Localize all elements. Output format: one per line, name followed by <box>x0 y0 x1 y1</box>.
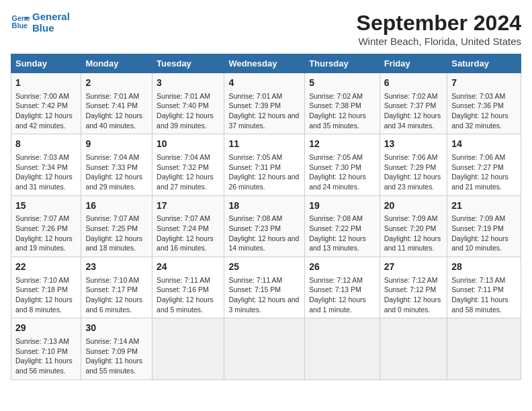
calendar-cell: 1 Sunrise: 7:00 AMSunset: 7:42 PMDayligh… <box>11 73 81 134</box>
calendar-cell: 13 Sunrise: 7:06 AMSunset: 7:29 PMDaylig… <box>380 134 447 195</box>
calendar-cell <box>305 318 380 379</box>
day-number: 30 <box>85 322 148 335</box>
day-number: 8 <box>15 138 77 151</box>
day-info: Sunrise: 7:14 AMSunset: 7:09 PMDaylight:… <box>85 336 148 376</box>
calendar-subtitle: Winter Beach, Florida, United States <box>357 36 521 47</box>
day-number: 23 <box>85 261 148 274</box>
calendar-week-3: 15 Sunrise: 7:07 AMSunset: 7:26 PMDaylig… <box>11 195 521 257</box>
day-number: 11 <box>228 138 300 151</box>
calendar-week-1: 1 Sunrise: 7:00 AMSunset: 7:42 PMDayligh… <box>11 73 521 134</box>
calendar-cell: 14 Sunrise: 7:06 AMSunset: 7:27 PMDaylig… <box>447 134 521 195</box>
calendar-cell: 8 Sunrise: 7:03 AMSunset: 7:34 PMDayligh… <box>11 134 81 195</box>
calendar-week-4: 22 Sunrise: 7:10 AMSunset: 7:18 PMDaylig… <box>11 257 521 318</box>
calendar-cell: 4 Sunrise: 7:01 AMSunset: 7:39 PMDayligh… <box>224 73 305 134</box>
day-number: 17 <box>157 199 220 213</box>
calendar-cell: 24 Sunrise: 7:11 AMSunset: 7:16 PMDaylig… <box>152 257 224 318</box>
day-info: Sunrise: 7:09 AMSunset: 7:20 PMDaylight:… <box>384 214 443 253</box>
calendar-cell: 29 Sunrise: 7:13 AMSunset: 7:10 PMDaylig… <box>11 318 81 379</box>
day-info: Sunrise: 7:05 AMSunset: 7:30 PMDaylight:… <box>309 152 375 192</box>
calendar-cell: 17 Sunrise: 7:07 AMSunset: 7:24 PMDaylig… <box>152 195 224 257</box>
day-info: Sunrise: 7:03 AMSunset: 7:36 PMDaylight:… <box>451 91 517 131</box>
calendar-cell <box>447 318 521 379</box>
calendar-cell: 25 Sunrise: 7:11 AMSunset: 7:15 PMDaylig… <box>224 257 305 318</box>
calendar-header-row: SundayMondayTuesdayWednesdayThursdayFrid… <box>11 54 521 73</box>
header-saturday: Saturday <box>447 54 521 73</box>
day-info: Sunrise: 7:01 AMSunset: 7:40 PMDaylight:… <box>157 91 220 131</box>
calendar-title: September 2024 <box>357 11 521 36</box>
day-number: 26 <box>309 261 375 274</box>
day-number: 27 <box>384 261 443 274</box>
day-info: Sunrise: 7:07 AMSunset: 7:25 PMDaylight:… <box>85 214 148 253</box>
calendar-week-2: 8 Sunrise: 7:03 AMSunset: 7:34 PMDayligh… <box>11 134 521 195</box>
calendar-cell: 2 Sunrise: 7:01 AMSunset: 7:41 PMDayligh… <box>81 73 152 134</box>
day-number: 29 <box>15 322 77 335</box>
calendar-cell: 6 Sunrise: 7:02 AMSunset: 7:37 PMDayligh… <box>380 73 447 134</box>
day-number: 9 <box>85 138 148 151</box>
calendar-cell: 10 Sunrise: 7:04 AMSunset: 7:32 PMDaylig… <box>152 134 224 195</box>
logo-line2: Blue <box>32 22 70 34</box>
day-number: 16 <box>85 199 148 213</box>
calendar-cell: 7 Sunrise: 7:03 AMSunset: 7:36 PMDayligh… <box>447 73 521 134</box>
day-number: 18 <box>228 199 300 213</box>
day-number: 10 <box>157 138 220 151</box>
day-info: Sunrise: 7:09 AMSunset: 7:19 PMDaylight:… <box>451 214 517 253</box>
calendar-cell <box>152 318 224 379</box>
day-info: Sunrise: 7:12 AMSunset: 7:13 PMDaylight:… <box>309 275 375 315</box>
day-number: 24 <box>157 261 220 274</box>
logo-icon: General Blue <box>11 13 30 32</box>
day-number: 15 <box>15 199 77 213</box>
header-thursday: Thursday <box>305 54 380 73</box>
day-number: 2 <box>85 77 148 90</box>
page-header: General Blue General Blue September 2024… <box>11 11 521 47</box>
calendar-cell: 12 Sunrise: 7:05 AMSunset: 7:30 PMDaylig… <box>305 134 380 195</box>
day-info: Sunrise: 7:08 AMSunset: 7:22 PMDaylight:… <box>309 214 375 253</box>
calendar-cell: 9 Sunrise: 7:04 AMSunset: 7:33 PMDayligh… <box>81 134 152 195</box>
day-number: 19 <box>309 199 375 213</box>
day-number: 20 <box>384 199 443 213</box>
header-wednesday: Wednesday <box>224 54 305 73</box>
day-info: Sunrise: 7:05 AMSunset: 7:31 PMDaylight:… <box>228 152 300 192</box>
calendar-cell: 27 Sunrise: 7:12 AMSunset: 7:12 PMDaylig… <box>380 257 447 318</box>
calendar-cell: 16 Sunrise: 7:07 AMSunset: 7:25 PMDaylig… <box>81 195 152 257</box>
day-number: 13 <box>384 138 443 151</box>
day-number: 3 <box>157 77 220 90</box>
day-info: Sunrise: 7:10 AMSunset: 7:17 PMDaylight:… <box>85 275 148 315</box>
day-info: Sunrise: 7:11 AMSunset: 7:15 PMDaylight:… <box>228 275 300 315</box>
header-friday: Friday <box>380 54 447 73</box>
day-info: Sunrise: 7:03 AMSunset: 7:34 PMDaylight:… <box>15 152 77 192</box>
calendar-cell: 5 Sunrise: 7:02 AMSunset: 7:38 PMDayligh… <box>305 73 380 134</box>
calendar-cell: 26 Sunrise: 7:12 AMSunset: 7:13 PMDaylig… <box>305 257 380 318</box>
day-info: Sunrise: 7:01 AMSunset: 7:39 PMDaylight:… <box>228 91 300 131</box>
logo-line1: General <box>32 11 70 22</box>
header-sunday: Sunday <box>11 54 81 73</box>
day-info: Sunrise: 7:07 AMSunset: 7:26 PMDaylight:… <box>15 214 77 253</box>
calendar-cell: 18 Sunrise: 7:08 AMSunset: 7:23 PMDaylig… <box>224 195 305 257</box>
calendar-cell <box>224 318 305 379</box>
day-info: Sunrise: 7:10 AMSunset: 7:18 PMDaylight:… <box>15 275 77 315</box>
calendar-cell: 15 Sunrise: 7:07 AMSunset: 7:26 PMDaylig… <box>11 195 81 257</box>
calendar-table: SundayMondayTuesdayWednesdayThursdayFrid… <box>11 54 521 380</box>
day-info: Sunrise: 7:08 AMSunset: 7:23 PMDaylight:… <box>228 214 300 253</box>
day-number: 6 <box>384 77 443 90</box>
day-number: 14 <box>451 138 517 151</box>
day-info: Sunrise: 7:04 AMSunset: 7:32 PMDaylight:… <box>157 152 220 192</box>
day-number: 7 <box>451 77 517 90</box>
calendar-cell: 30 Sunrise: 7:14 AMSunset: 7:09 PMDaylig… <box>81 318 152 379</box>
day-number: 5 <box>309 77 375 90</box>
header-tuesday: Tuesday <box>152 54 224 73</box>
title-block: September 2024 Winter Beach, Florida, Un… <box>357 11 521 47</box>
logo: General Blue General Blue <box>11 11 70 34</box>
day-info: Sunrise: 7:12 AMSunset: 7:12 PMDaylight:… <box>384 275 443 315</box>
calendar-cell: 23 Sunrise: 7:10 AMSunset: 7:17 PMDaylig… <box>81 257 152 318</box>
calendar-cell: 20 Sunrise: 7:09 AMSunset: 7:20 PMDaylig… <box>380 195 447 257</box>
calendar-cell: 11 Sunrise: 7:05 AMSunset: 7:31 PMDaylig… <box>224 134 305 195</box>
day-number: 22 <box>15 261 77 274</box>
calendar-week-5: 29 Sunrise: 7:13 AMSunset: 7:10 PMDaylig… <box>11 318 521 379</box>
day-info: Sunrise: 7:06 AMSunset: 7:27 PMDaylight:… <box>451 152 517 192</box>
day-number: 21 <box>451 199 517 213</box>
day-info: Sunrise: 7:13 AMSunset: 7:11 PMDaylight:… <box>451 275 517 315</box>
day-number: 4 <box>228 77 300 90</box>
day-info: Sunrise: 7:13 AMSunset: 7:10 PMDaylight:… <box>15 336 77 376</box>
day-number: 28 <box>451 261 517 274</box>
day-number: 1 <box>15 77 77 90</box>
